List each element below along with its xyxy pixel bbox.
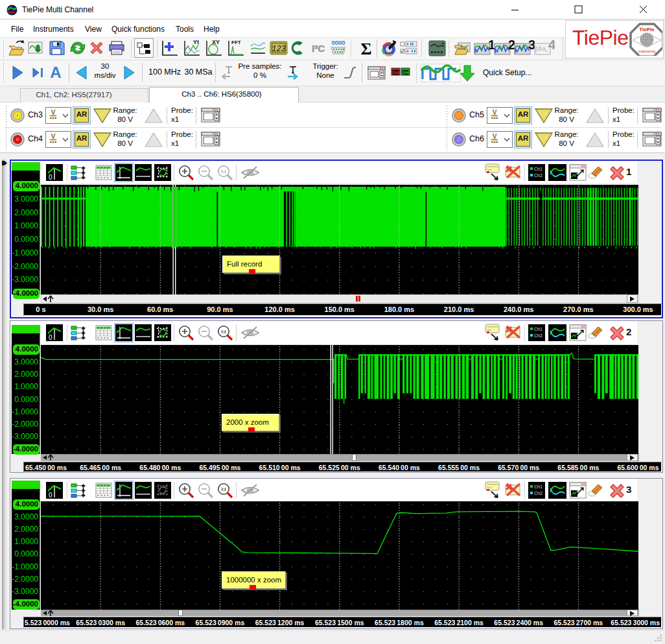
svg-text:V: V	[51, 109, 56, 116]
svg-text:TiePie: TiePie	[639, 27, 655, 32]
svg-text:I:I: I:I	[221, 486, 226, 492]
svg-text:I²C: I²C	[312, 43, 325, 54]
svg-text:0: 0	[49, 492, 52, 499]
svg-text:0: 0	[49, 174, 52, 181]
svg-text:Ch2: Ch2	[534, 173, 542, 178]
svg-text:FFT: FFT	[231, 40, 241, 45]
svg-text:Ch2: Ch2	[534, 491, 542, 495]
svg-text:00II0: 00II0	[331, 39, 345, 46]
svg-text:V: V	[51, 133, 56, 140]
svg-text:4: 4	[548, 38, 555, 52]
svg-text:Ch1: Ch1	[534, 327, 542, 331]
svg-text:Σ: Σ	[361, 40, 372, 58]
svg-text:CH3: CH3	[392, 71, 399, 75]
svg-text:I:I: I:I	[221, 329, 226, 335]
svg-text:engineering: engineering	[638, 49, 655, 53]
svg-text:V: V	[493, 109, 497, 116]
svg-text:Yt: Yt	[193, 39, 199, 45]
svg-text:Ch1: Ch1	[534, 167, 542, 171]
svg-text:V: V	[493, 133, 497, 140]
svg-text:Text: Text	[487, 168, 492, 171]
svg-text:CH4: CH4	[402, 71, 408, 75]
svg-text:Text: Text	[487, 486, 492, 489]
svg-text:123: 123	[272, 45, 286, 54]
svg-text:I:I: I:I	[221, 169, 226, 174]
svg-text:Ch1: Ch1	[534, 484, 542, 489]
svg-text:0: 0	[49, 334, 52, 341]
svg-text:Ch2: Ch2	[534, 333, 542, 338]
svg-text:Text: Text	[487, 328, 492, 331]
